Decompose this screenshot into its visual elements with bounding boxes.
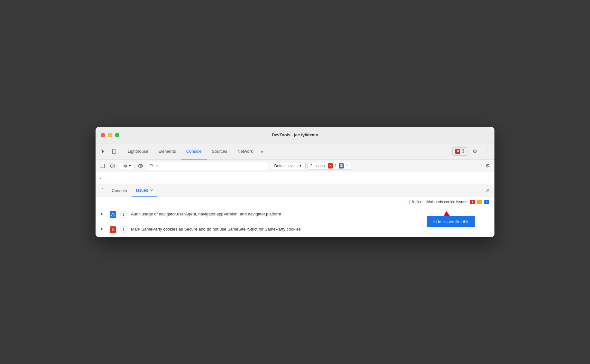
tab-lighthouse[interactable]: Lighthouse [123, 143, 153, 159]
tab-console[interactable]: Console [181, 143, 207, 159]
svg-line-5 [111, 165, 114, 167]
issue-count: 1 [120, 211, 127, 218]
inner-tab-close-icon[interactable]: ✕ [150, 188, 153, 193]
cursor-icon[interactable] [98, 147, 108, 156]
issues-summary[interactable]: 2 Issues: ✕ 1 💬 1 [308, 162, 351, 170]
error-count: 1 [462, 149, 465, 154]
issue-expand-icon[interactable]: ▶ [101, 226, 106, 231]
issues-list: ▶ 1 Audit usage of navigator.userAgent, … [96, 207, 494, 237]
inner-tab-menu-icon[interactable]: ⋮ [98, 187, 106, 195]
issues-count-badges: 1 0 1 [470, 200, 489, 204]
inner-tab-bar-right: ✕ [484, 187, 492, 195]
tab-bar: Lighthouse Elements Console Sources Netw… [96, 143, 494, 159]
issue-row[interactable]: ▶ 1 Audit usage of navigator.userAgent, … [96, 207, 494, 222]
traffic-lights [101, 133, 119, 137]
clear-console-icon[interactable] [108, 162, 117, 170]
issues-error-icon: ✕ [328, 163, 333, 168]
include-third-party-toggle[interactable]: Include third-party cookie issues [405, 200, 467, 204]
inner-tab-issues[interactable]: Issues ✕ [132, 184, 157, 197]
title-bar: DevTools - jec.fyi/demo [96, 127, 494, 143]
devtools-window: DevTools - jec.fyi/demo Lighthouse Eleme… [96, 127, 494, 237]
hide-issues-tooltip[interactable]: Hide issues like this [427, 216, 475, 227]
window-title: DevTools - jec.fyi/demo [272, 132, 318, 137]
issue-info-icon [110, 211, 116, 218]
issues-info-badge: 1 [484, 200, 489, 204]
tab-elements[interactable]: Elements [153, 143, 181, 159]
issue-error-icon: ✕ [110, 226, 116, 233]
issues-toolbar: Include third-party cookie issues 1 0 1 [96, 197, 494, 207]
mobile-icon[interactable] [109, 147, 119, 156]
console-prompt-row: › [96, 172, 494, 184]
settings-icon[interactable]: ⚙ [470, 147, 480, 156]
live-expressions-icon[interactable] [136, 162, 145, 170]
console-toolbar: top ▼ Default levels ▼ 2 Issues: ✕ 1 💬 1… [96, 159, 494, 172]
close-panel-button[interactable]: ✕ [484, 187, 492, 195]
svg-rect-2 [100, 164, 105, 168]
sidebar-toggle-icon[interactable] [98, 162, 106, 170]
inner-tab-bar: ⋮ Console Issues ✕ ✕ [96, 184, 494, 197]
issue-count: 1 [120, 226, 127, 233]
maximize-button[interactable] [115, 133, 119, 137]
filter-input[interactable] [147, 162, 269, 170]
svg-point-6 [140, 165, 141, 167]
console-settings-icon[interactable]: ⚙ [484, 162, 492, 170]
issue-expand-icon[interactable]: ▶ [101, 211, 106, 215]
issues-warn-badge: 0 [477, 200, 482, 204]
issues-info-icon: 💬 [339, 163, 344, 168]
issues-error-badge: 1 [470, 200, 475, 204]
panels-area: ⋮ Console Issues ✕ ✕ Include third-part [96, 184, 494, 237]
include-third-party-checkbox[interactable] [405, 200, 410, 204]
tab-sources[interactable]: Sources [207, 143, 233, 159]
inner-tab-console[interactable]: Console [108, 184, 131, 197]
tab-bar-right: ✕ 1 ⚙ ⋮ [452, 147, 492, 156]
minimize-button[interactable] [108, 133, 112, 137]
tab-bar-icons [98, 147, 119, 156]
tab-more-button[interactable]: » [258, 149, 266, 154]
tab-network[interactable]: Network [232, 143, 258, 159]
svg-point-1 [114, 152, 114, 153]
more-options-icon[interactable]: ⋮ [482, 147, 492, 156]
frame-selector[interactable]: top ▼ [119, 163, 134, 169]
issues-panel: Include third-party cookie issues 1 0 1 … [96, 197, 494, 237]
error-badge-container[interactable]: ✕ 1 [452, 147, 467, 156]
console-chevron-icon[interactable]: › [99, 176, 101, 181]
log-levels-dropdown[interactable]: Default levels ▼ [271, 163, 306, 169]
close-button[interactable] [101, 133, 105, 137]
error-x-icon: ✕ [455, 149, 460, 154]
